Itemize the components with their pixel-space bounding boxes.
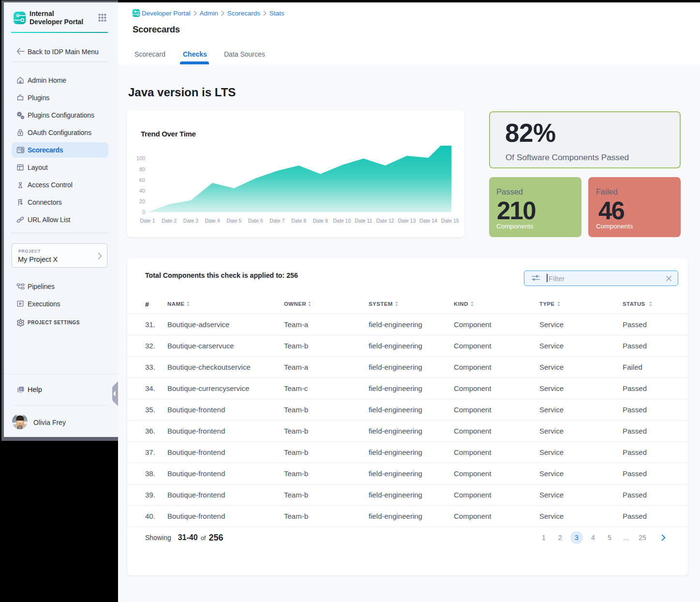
svg-text:Date 6: Date 6 <box>248 218 263 224</box>
svg-text:0: 0 <box>142 209 145 215</box>
svg-text:Date 13: Date 13 <box>398 218 416 224</box>
svg-text:Date 3: Date 3 <box>183 218 198 224</box>
svg-text:Date 1: Date 1 <box>140 218 155 224</box>
svg-text:Date 15: Date 15 <box>441 218 459 224</box>
svg-text:Date 4: Date 4 <box>205 218 220 224</box>
svg-text:Date 11: Date 11 <box>355 218 372 224</box>
svg-text:Date 14: Date 14 <box>419 218 437 224</box>
svg-text:Date 8: Date 8 <box>291 218 306 224</box>
svg-text:80: 80 <box>139 166 145 172</box>
svg-text:100: 100 <box>136 155 145 161</box>
svg-text:40: 40 <box>139 188 145 194</box>
svg-text:Date 2: Date 2 <box>162 218 177 224</box>
svg-text:Date 5: Date 5 <box>226 218 241 224</box>
svg-text:20: 20 <box>139 198 145 204</box>
svg-text:60: 60 <box>139 177 145 183</box>
svg-text:Date 10: Date 10 <box>333 218 351 224</box>
svg-text:Date 12: Date 12 <box>376 218 394 224</box>
svg-text:Date 9: Date 9 <box>313 218 328 224</box>
svg-text:Date 7: Date 7 <box>269 218 284 224</box>
